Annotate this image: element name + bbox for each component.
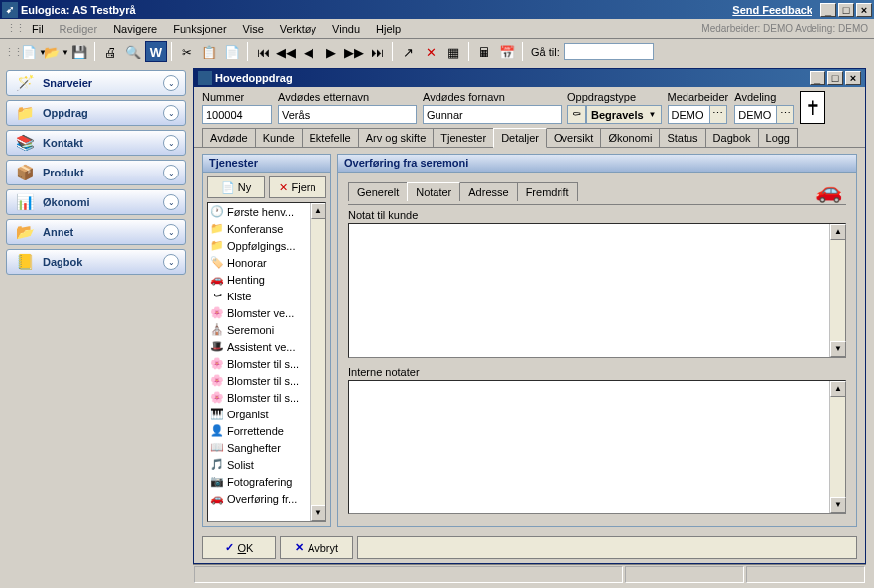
service-label: Første henv...: [227, 206, 294, 218]
cancel-button[interactable]: ✕Avbryt: [280, 536, 353, 559]
subtab-notater[interactable]: Notater: [407, 182, 460, 201]
tab-detaljer[interactable]: Detaljer: [493, 128, 547, 148]
tab-avdode[interactable]: Avdøde: [202, 128, 256, 147]
minimize-button[interactable]: _: [820, 3, 836, 17]
service-item[interactable]: 🎩Assistent ve...: [208, 338, 310, 355]
ok-button[interactable]: ✓OK: [202, 536, 276, 559]
prev-button[interactable]: ◀: [298, 41, 319, 62]
cal-button[interactable]: 📅: [496, 41, 518, 62]
send-feedback-link[interactable]: Send Feedback: [732, 4, 812, 16]
tab-okonomi[interactable]: Økonomi: [600, 128, 660, 147]
type-dropdown[interactable]: Begravels▼: [586, 105, 662, 124]
word-button[interactable]: W: [145, 41, 167, 62]
service-item[interactable]: 🌸Blomster til s...: [208, 355, 310, 372]
note-customer-textarea[interactable]: ▲ ▼: [348, 223, 846, 358]
open-button[interactable]: 📂▼: [46, 41, 67, 62]
dept-lookup-button[interactable]: ⋯: [776, 105, 794, 124]
staff-input[interactable]: [668, 105, 709, 124]
sidebar-item-okonomi[interactable]: 📊 Økonomi ⌄: [6, 189, 186, 215]
print-button[interactable]: 🖨: [99, 41, 121, 62]
subtab-adresse[interactable]: Adresse: [459, 182, 517, 201]
service-item[interactable]: 👤Forrettende: [208, 422, 310, 439]
service-item[interactable]: 📖Sanghefter: [208, 439, 310, 456]
menu-vindu[interactable]: Vindu: [324, 21, 368, 37]
tab-dagbok[interactable]: Dagbok: [705, 128, 759, 147]
firstname-input[interactable]: [423, 105, 562, 124]
preview-button[interactable]: 🔍: [122, 41, 144, 62]
next-button[interactable]: ▶: [320, 41, 342, 62]
paste-button[interactable]: 📄: [221, 41, 243, 62]
service-item[interactable]: 📷Fotografering: [208, 473, 310, 490]
scroll-up-button[interactable]: ▲: [311, 203, 326, 219]
service-list[interactable]: 🕐Første henv...📁Konferanse📁Oppfølgings..…: [207, 202, 326, 522]
dept-input[interactable]: [734, 105, 776, 124]
service-item[interactable]: ⛪Seremoni: [208, 321, 310, 338]
service-item[interactable]: 🌸Blomster til s...: [208, 389, 310, 406]
scroll-down-button[interactable]: ▼: [830, 497, 846, 513]
export-button[interactable]: ↗: [397, 41, 419, 62]
sidebar-item-snarveier[interactable]: 🪄 Snarveier ⌄: [6, 70, 186, 96]
service-item[interactable]: ⚰Kiste: [208, 288, 310, 304]
service-item[interactable]: 🎵Solist: [208, 456, 310, 473]
tab-oversikt[interactable]: Oversikt: [546, 128, 601, 147]
scroll-up-button[interactable]: ▲: [830, 224, 846, 240]
service-icon: 📷: [210, 475, 224, 489]
menu-hjelp[interactable]: Hjelp: [368, 21, 409, 37]
service-item[interactable]: 🎹Organist: [208, 406, 310, 422]
staff-lookup-button[interactable]: ⋯: [709, 105, 727, 124]
menu-fil[interactable]: Fil: [24, 21, 52, 37]
delete-button[interactable]: ✕: [420, 41, 441, 62]
menu-rediger[interactable]: Rediger: [52, 21, 106, 37]
number-input[interactable]: [202, 105, 272, 124]
service-item[interactable]: 🌸Blomster til s...: [208, 372, 310, 389]
menu-funksjoner[interactable]: Funksjoner: [165, 21, 234, 37]
prev-page-button[interactable]: ◀◀: [275, 41, 297, 62]
close-button[interactable]: ×: [856, 3, 872, 17]
menu-verktoy[interactable]: Verktøy: [272, 21, 324, 37]
remove-service-button[interactable]: ✕ Fjern: [269, 176, 326, 198]
service-item[interactable]: 📁Konferanse: [208, 220, 310, 237]
surname-input[interactable]: [278, 105, 417, 124]
child-minimize-button[interactable]: _: [810, 71, 825, 85]
goto-input[interactable]: [564, 43, 654, 60]
tab-status[interactable]: Status: [659, 128, 705, 147]
first-button[interactable]: ⏮: [252, 41, 274, 62]
subtab-generelt[interactable]: Generelt: [348, 182, 408, 201]
cut-button[interactable]: ✂: [176, 41, 197, 62]
service-item[interactable]: 📁Oppfølgings...: [208, 237, 310, 254]
tab-kunde[interactable]: Kunde: [255, 128, 303, 147]
menu-navigere[interactable]: Navigere: [105, 21, 165, 37]
menu-vise[interactable]: Vise: [235, 21, 272, 37]
grid-button[interactable]: ▦: [442, 41, 464, 62]
service-item[interactable]: 🏷️Honorar: [208, 254, 310, 271]
next-page-button[interactable]: ▶▶: [343, 41, 365, 62]
copy-button[interactable]: 📋: [198, 41, 220, 62]
calc-button[interactable]: 🖩: [473, 41, 495, 62]
scroll-down-button[interactable]: ▼: [830, 341, 846, 357]
tab-arv[interactable]: Arv og skifte: [358, 128, 435, 147]
maximize-button[interactable]: □: [838, 3, 854, 17]
sidebar-item-dagbok[interactable]: 📒 Dagbok ⌄: [6, 249, 186, 275]
type-icon-button[interactable]: ⚰: [567, 105, 586, 124]
sidebar-item-kontakt[interactable]: 📚 Kontakt ⌄: [6, 130, 186, 156]
service-item[interactable]: 🌸Blomster ve...: [208, 304, 310, 321]
child-close-button[interactable]: ×: [845, 71, 861, 85]
sidebar-item-oppdrag[interactable]: 📁 Oppdrag ⌄: [6, 100, 186, 126]
service-item[interactable]: 🕐Første henv...: [208, 203, 310, 220]
service-item[interactable]: 🚗Henting: [208, 271, 310, 288]
note-internal-textarea[interactable]: ▲ ▼: [348, 380, 846, 515]
tab-ektefelle[interactable]: Ektefelle: [302, 128, 359, 147]
subtab-fremdrift[interactable]: Fremdrift: [517, 182, 578, 201]
tab-tjenester[interactable]: Tjenester: [433, 128, 494, 147]
service-item[interactable]: 🚗Overføring fr...: [208, 490, 310, 507]
child-maximize-button[interactable]: □: [827, 71, 843, 85]
last-button[interactable]: ⏭: [366, 41, 388, 62]
scroll-up-button[interactable]: ▲: [830, 381, 846, 397]
save-button[interactable]: 💾: [68, 41, 90, 62]
sidebar-item-produkt[interactable]: 📦 Produkt ⌄: [6, 160, 186, 185]
scroll-down-button[interactable]: ▼: [311, 505, 326, 521]
new-button[interactable]: 📄▼: [23, 41, 45, 62]
new-service-button[interactable]: 📄 Ny: [207, 176, 265, 198]
sidebar-item-annet[interactable]: 📂 Annet ⌄: [6, 219, 186, 245]
tab-logg[interactable]: Logg: [758, 128, 798, 147]
